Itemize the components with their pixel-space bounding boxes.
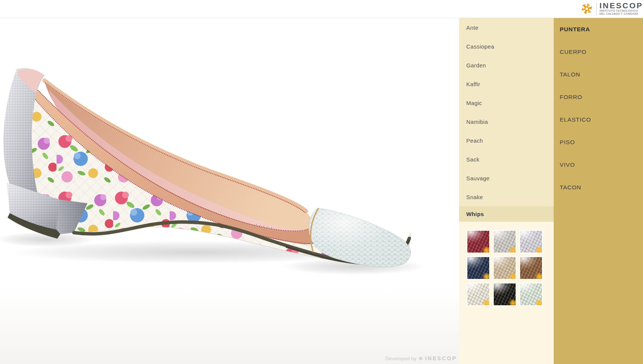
materials-panel: Ante Cassiopea Garden Kaffir Magic Namib… [459, 18, 554, 364]
part-item-tacon[interactable]: TACON [554, 176, 643, 199]
logo-divider [596, 2, 597, 15]
swatch-grid [467, 230, 554, 306]
credit-pinwheel-icon [418, 356, 423, 361]
material-item-peach[interactable]: Peach [459, 131, 554, 150]
swatch-ivory[interactable] [467, 283, 490, 306]
inescop-logo: INESCOP INSTITUTO TECNOLÓGICO DEL CALZAD… [580, 2, 643, 16]
part-item-cuerpo[interactable]: CUERPO [554, 41, 643, 63]
swatch-burgundy[interactable] [467, 230, 490, 253]
part-item-elastico[interactable]: ELASTICO [554, 108, 643, 131]
swatch-navy[interactable] [467, 256, 490, 280]
parts-panel: PUNTERA CUERPO TALON FORRO ELASTICO PISO… [554, 18, 643, 364]
part-item-puntera[interactable]: PUNTERA [554, 18, 643, 41]
swatch-beige[interactable] [493, 256, 516, 280]
swatch-white-gray[interactable] [493, 230, 516, 253]
logo-wordmark: INESCOP [599, 2, 643, 9]
swatch-brown[interactable] [519, 256, 543, 280]
material-item-sack[interactable]: Sack [459, 150, 554, 169]
material-item-kaffir[interactable]: Kaffir [459, 75, 554, 93]
credit-brand: INESCOP [425, 355, 457, 361]
material-item-whips[interactable]: Whips [459, 206, 554, 222]
swatch-lavender-white[interactable] [519, 230, 543, 253]
credit-prefix: Developed by [385, 356, 416, 361]
logo-subtitle-line2: DEL CALZADO Y CONEXAS [599, 12, 643, 15]
part-item-vivo[interactable]: VIVO [554, 154, 643, 176]
material-item-namibia[interactable]: Namibia [459, 112, 554, 131]
material-item-cassiopea[interactable]: Cassiopea [459, 37, 554, 56]
developed-by-credit: Developed by INESCOP [385, 355, 457, 361]
inescop-pinwheel-icon [580, 2, 594, 16]
swatch-panel [459, 222, 554, 364]
part-item-piso[interactable]: PISO [554, 131, 643, 154]
shoe-render [0, 18, 459, 364]
swatch-black[interactable] [493, 283, 516, 306]
material-item-garden[interactable]: Garden [459, 56, 554, 75]
shoe-viewer[interactable]: Developed by INESCOP [0, 18, 459, 364]
swatch-mint[interactable] [519, 283, 543, 306]
part-item-forro[interactable]: FORRO [554, 86, 643, 108]
material-item-snake[interactable]: Snake [459, 187, 554, 206]
part-item-talon[interactable]: TALON [554, 63, 643, 86]
material-item-ante[interactable]: Ante [459, 18, 554, 37]
logo-subtitle-line1: INSTITUTO TECNOLÓGICO [599, 9, 643, 12]
material-item-sauvage[interactable]: Sauvage [459, 169, 554, 187]
material-item-magic[interactable]: Magic [459, 93, 554, 112]
top-bar: INESCOP INSTITUTO TECNOLÓGICO DEL CALZAD… [0, 0, 643, 18]
